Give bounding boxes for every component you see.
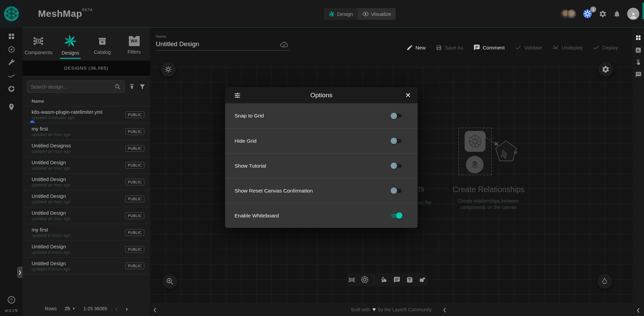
design-name: my first <box>32 126 70 132</box>
tab-visualize[interactable]: Visualize <box>358 8 396 20</box>
components-icon[interactable] <box>348 276 355 283</box>
save-as-button[interactable]: Save As <box>436 44 463 51</box>
tab-design-label: Design <box>337 11 353 17</box>
rows-per-page-select[interactable]: 25 ▼ <box>65 306 75 311</box>
footer-text-before: Built with <box>351 307 370 312</box>
search-box <box>27 80 125 93</box>
collapse-right-chevron[interactable]: ❮ <box>443 307 446 312</box>
location-pin-icon[interactable] <box>7 103 15 111</box>
deploy-button[interactable]: Deploy <box>593 44 618 51</box>
tab-label: Catalog <box>94 49 111 55</box>
design-list-item[interactable]: my first updated an hour ago PUBLIC <box>23 123 150 140</box>
app-title: MeshMapBETA <box>38 8 93 19</box>
hide-grid-toggle[interactable] <box>391 138 402 144</box>
modal-title: Options <box>225 92 418 99</box>
expand-drawer-handle[interactable]: ❯ <box>17 267 23 278</box>
media-icon[interactable] <box>419 276 426 283</box>
touch-icon[interactable] <box>635 59 642 66</box>
close-icon[interactable]: ✕ <box>405 91 411 99</box>
performance-curve-icon[interactable] <box>7 72 15 80</box>
design-item-text: Untitled Design updated an hour ago <box>32 193 70 204</box>
settings-gear-icon[interactable] <box>599 10 607 18</box>
scrollbar-thumb[interactable] <box>642 3 644 19</box>
option-row-snap-to-grid: Snap to Grid <box>225 103 418 128</box>
wrench-icon[interactable] <box>7 59 15 67</box>
previous-page-button[interactable]: ‹ <box>115 305 118 312</box>
sidebar-tab-catalog[interactable]: Catalog <box>86 28 118 61</box>
kubernetes-context-button[interactable]: 1 <box>582 9 593 19</box>
canvas-settings-button[interactable] <box>598 62 613 77</box>
comment-button[interactable]: Comment <box>473 44 505 51</box>
dashboard-icon[interactable] <box>7 32 15 40</box>
design-list-item[interactable]: Untitled Design updated 8 hours ago PUBL… <box>23 257 150 274</box>
whiteboard-pen-button[interactable] <box>597 274 612 289</box>
design-list-item[interactable]: Untitled Designss updated an hour ago PU… <box>23 140 150 156</box>
visibility-badge: PUBLIC <box>125 145 144 152</box>
design-list-item[interactable]: Untitled Design updated 8 hours ago PUBL… <box>23 241 150 257</box>
tab-design[interactable]: Design <box>324 8 358 20</box>
collaborator-avatar <box>567 9 576 19</box>
design-list-item[interactable]: Untitled Design updated an hour ago PUBL… <box>23 190 150 207</box>
search-row <box>23 76 150 93</box>
tab-visualize-label: Visualize <box>371 11 391 17</box>
sidebar-tab-filters[interactable]: WA Filters <box>118 28 150 61</box>
person-icon <box>629 11 638 20</box>
left-nav-rail: ? v0.6.176 ❯ <box>0 28 23 316</box>
bar-chart-icon[interactable] <box>635 47 642 54</box>
canvas-toolbar-row: Name New <box>150 28 633 67</box>
new-design-button[interactable]: New <box>406 44 426 51</box>
kubernetes-icon[interactable] <box>361 276 368 283</box>
cloud-saved-icon <box>280 41 288 48</box>
help-button[interactable]: ? <box>8 296 15 304</box>
design-list-item[interactable]: k8s-wasm-plugin-ratelimiter.yml updated … <box>23 106 150 123</box>
validate-button[interactable]: Validate <box>515 44 542 51</box>
enable-whiteboard-toggle[interactable] <box>391 212 402 219</box>
undeploy-button[interactable]: Undeploy <box>552 44 583 51</box>
search-icon[interactable] <box>114 83 121 90</box>
button-label: Validate <box>524 45 542 50</box>
mesh-hexagon-icon[interactable] <box>7 45 15 54</box>
zoom-in-button[interactable] <box>163 274 177 289</box>
shapes-icon[interactable] <box>380 276 388 283</box>
filter-funnel-icon[interactable] <box>139 83 146 90</box>
layer5-mesh-logo-icon <box>4 6 19 22</box>
visibility-badge: PUBLIC <box>125 212 144 219</box>
canvas-context-button[interactable] <box>161 62 176 77</box>
design-updated-timestamp: updated an hour ago <box>32 183 70 187</box>
collaborator-avatars[interactable] <box>561 9 576 19</box>
show-tutorial-toggle[interactable] <box>391 163 402 169</box>
donut-chart-icon[interactable] <box>7 85 15 93</box>
notifications-bell-icon[interactable] <box>613 10 621 18</box>
button-label: Save As <box>445 45 463 50</box>
chat-icon[interactable] <box>635 71 642 78</box>
design-name: my first <box>32 227 70 233</box>
sidebar-tab-components[interactable]: Components <box>23 28 55 61</box>
design-list-item[interactable]: Untitled Design updated an hour ago PUBL… <box>23 173 150 190</box>
sidebar-tab-designs[interactable]: Designs <box>55 28 86 61</box>
search-input[interactable] <box>31 84 114 90</box>
text-tool-icon[interactable] <box>406 276 413 283</box>
design-updated-timestamp: updated 8 hours ago <box>32 250 70 255</box>
visibility-badge: PUBLIC <box>125 246 144 253</box>
hidden-tutorial-heading-fragment: ts <box>418 184 424 194</box>
helm-wheel-icon <box>164 65 173 74</box>
mode-switcher: Design Visualize <box>324 8 396 20</box>
design-list-item[interactable]: Untitled Design updated an hour ago PUBL… <box>23 207 150 224</box>
show-reset-canvas-confirmation-toggle[interactable] <box>391 187 402 194</box>
design-name-input[interactable] <box>156 40 289 50</box>
user-avatar[interactable] <box>627 8 639 20</box>
collapse-rail-chevron[interactable]: ❮ <box>637 308 640 313</box>
design-list-item[interactable]: Untitled Design updated an hour ago PUBL… <box>23 156 150 173</box>
collapse-left-chevron[interactable]: ❮ <box>153 307 157 312</box>
design-list-item[interactable]: my first updated 6 hours ago PUBLIC <box>23 224 150 241</box>
pagination-bar: Rows 25 ▼ 1-25 36065 ‹ › <box>23 301 150 316</box>
gear-icon <box>602 65 610 73</box>
design-updated-timestamp: updated 3 minutes ago <box>32 115 102 120</box>
import-design-icon[interactable] <box>129 83 135 90</box>
grid-view-icon[interactable] <box>635 34 642 41</box>
comment-icon[interactable] <box>393 276 400 283</box>
rows-per-page-value: 25 <box>65 306 70 311</box>
next-page-button[interactable]: › <box>126 305 128 312</box>
snap-to-grid-toggle[interactable] <box>391 113 402 119</box>
layer5-logo[interactable] <box>0 0 23 28</box>
